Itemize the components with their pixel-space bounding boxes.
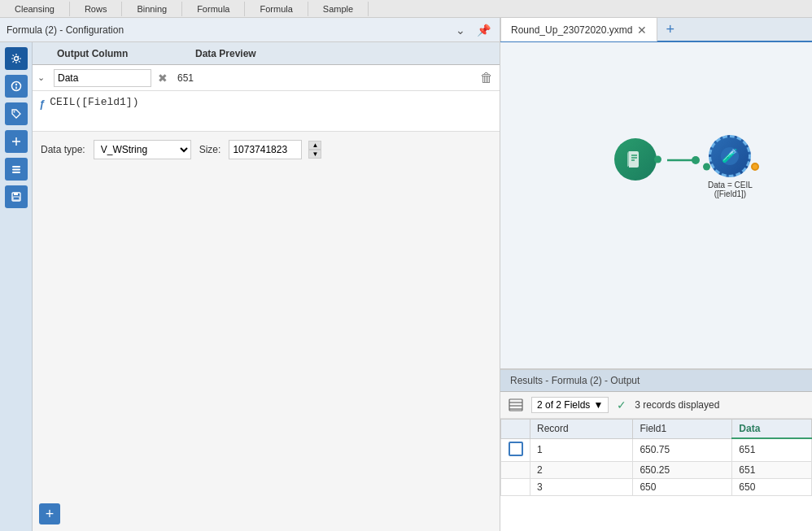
cell-field1: 650 [633,478,732,495]
svg-rect-9 [12,172,20,173]
circle-btn[interactable] [5,75,28,98]
canvas-svg [500,42,812,368]
minimize-button[interactable]: ⌄ [453,24,468,37]
cell-record: 3 [530,478,633,495]
left-panel: Formula (2) - Configuration ⌄ 📌 [0,18,500,531]
col-header-field1: Field1 [633,420,732,439]
table-row: 3650650 [501,478,812,495]
tab-title: Round_Up_23072020.yxmd [511,24,632,36]
clear-button[interactable]: ✖ [155,72,171,85]
preview-value: 651 [171,72,474,84]
data-type-select[interactable]: V_WString String Int32 Double [94,140,191,159]
results-toolbar: 2 of 2 Fields ▼ ✓ 3 records displayed [500,392,812,419]
fields-text: 2 of 2 Fields [537,399,590,411]
book-node[interactable] [614,138,657,181]
pin-button[interactable]: 📌 [474,24,493,37]
nav-binning[interactable]: Binning [122,2,182,16]
col-header-record: Record [530,420,633,439]
node-output-anchor [654,156,661,163]
data-type-row: Data type: V_WString String Int32 Double… [41,140,491,159]
data-preview-header: Data Preview [195,48,500,59]
cell-data: 650 [732,478,812,495]
nav-formula2[interactable]: Formula [245,2,308,16]
svg-rect-12 [13,197,20,200]
data-type-label: Data type: [41,144,85,155]
canvas-area[interactable]: 🧪 Data = CEIL([Field1]) [500,42,812,368]
data-btn[interactable] [5,158,28,181]
col-headers: Output Column Data Preview [33,42,500,65]
results-table: Record Field1 Data 1650.756512650.256513… [500,419,812,531]
svg-point-2 [15,84,16,85]
nav-sample[interactable]: Sample [308,2,369,16]
top-nav: Cleansing Rows Binning Formula Formula S… [0,0,812,18]
expression-area[interactable]: ƒ CEIL([Field1]) [33,91,500,132]
dropdown-arrow: ▼ [593,399,603,411]
nav-cleansing[interactable]: Cleansing [0,2,70,16]
add-formula-button[interactable]: + [39,503,60,524]
svg-rect-8 [12,169,20,171]
formula-node-icon: 🧪 [709,135,751,177]
cell-field1: 650.25 [633,461,732,478]
formula-data-row: ⌄ ✖ 651 🗑 [33,65,500,91]
svg-rect-7 [12,166,20,168]
size-spinner: ▲ ▼ [308,141,321,159]
formula-input-anchor [703,163,710,171]
cell-data: 651 [732,438,812,461]
tab-close-button[interactable]: ✕ [637,24,647,36]
table-row: 2650.25651 [501,461,812,478]
records-text: 3 records displayed [635,399,719,411]
size-input[interactable] [229,140,302,159]
add-tab-button[interactable]: + [659,21,681,38]
col-header-icon [501,420,530,439]
row-icon-cell [501,478,530,495]
row-icon-cell [501,461,530,478]
table-row: 1650.75651 [501,438,812,461]
svg-text:🧪: 🧪 [722,148,738,163]
svg-point-14 [692,156,700,164]
check-icon: ✓ [617,398,626,411]
row-icon-cell [501,438,530,461]
formula-node-label: Data = CEIL([Field1]) [708,181,753,198]
formula-node[interactable]: 🧪 Data = CEIL([Field1]) [708,135,753,198]
spinner-up[interactable]: ▲ [308,141,321,150]
results-panel: Results - Formula (2) - Output 2 of 2 Fi… [500,368,812,531]
formula-output-anchor [751,163,759,171]
right-panel: Round_Up_23072020.yxmd ✕ + [500,18,812,531]
save-btn[interactable] [5,185,28,208]
function-icon: ƒ [39,96,45,110]
row-toggle[interactable]: ⌄ [33,72,49,83]
left-panel-header: Formula (2) - Configuration ⌄ 📌 [0,18,500,42]
cell-record: 2 [530,461,633,478]
col-header-data: Data [732,420,812,439]
svg-rect-11 [14,193,18,195]
side-toolbar [0,42,33,531]
row-name-cell: ✖ [49,69,171,87]
cell-field1: 650.75 [633,438,732,461]
expression-text: CEIL([Field1]) [50,96,138,108]
book-node-icon [614,138,657,181]
x-btn[interactable] [5,130,28,153]
tab-bar: Round_Up_23072020.yxmd ✕ + [500,18,812,42]
results-header: Results - Formula (2) - Output [500,370,812,392]
svg-point-1 [11,82,20,91]
delete-row-button[interactable]: 🗑 [474,71,500,85]
output-column-header: Output Column [33,48,195,59]
left-panel-controls: ⌄ 📌 [453,24,493,37]
output-column-input[interactable] [54,69,151,87]
fields-dropdown[interactable]: 2 of 2 Fields ▼ [531,397,609,413]
tag-btn[interactable] [5,102,28,125]
config-area: Data type: V_WString String Int32 Double… [33,132,500,497]
cell-record: 1 [530,438,633,461]
nav-rows[interactable]: Rows [70,2,123,16]
left-panel-title: Formula (2) - Configuration [7,24,124,36]
main-area: Formula (2) - Configuration ⌄ 📌 [0,18,812,531]
gear-icon-btn[interactable] [5,47,28,70]
nav-formula1[interactable]: Formula [182,2,245,16]
left-panel-body: Output Column Data Preview ⌄ ✖ 651 🗑 ƒ [0,42,500,531]
svg-point-4 [13,111,15,113]
data-table: Record Field1 Data 1650.756512650.256513… [500,419,812,496]
formula-area: Output Column Data Preview ⌄ ✖ 651 🗑 ƒ [33,42,500,531]
spinner-down[interactable]: ▼ [308,150,321,159]
cell-data: 651 [732,461,812,478]
tab-workflow[interactable]: Round_Up_23072020.yxmd ✕ [500,18,657,41]
